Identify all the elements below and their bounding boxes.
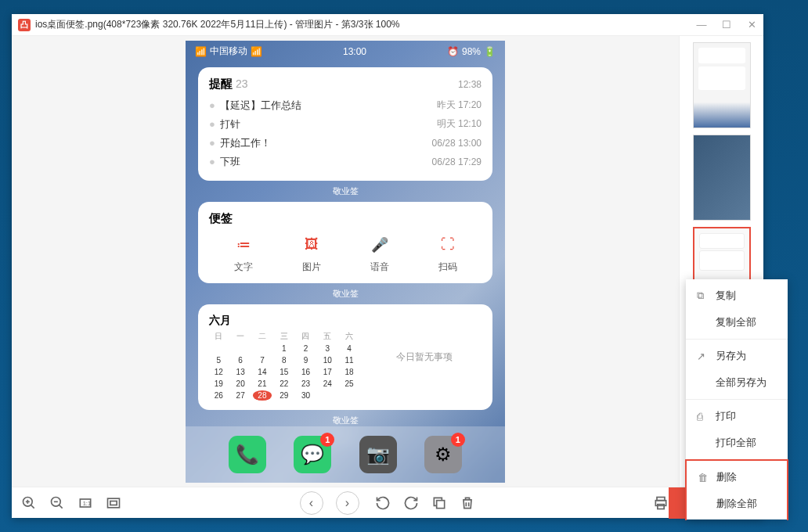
- widget-label-1: 敬业签: [186, 185, 505, 197]
- reminders-count: 23: [236, 77, 248, 90]
- messages-badge: 1: [320, 433, 334, 447]
- reminders-widget: 提醒23 12:38 ●【延迟】工作总结昨天 17:20 ●打针明天 12:10…: [198, 67, 492, 181]
- alarm-icon: ⏰: [447, 46, 459, 57]
- signal-icon: 📶: [195, 46, 207, 57]
- calendar-month: 六月: [209, 314, 359, 328]
- app-icon: 凸: [18, 19, 31, 31]
- bottom-toolbar: 1:1 ‹ › ⬆ 上传图片: [12, 487, 763, 518]
- svg-text:1:1: 1:1: [83, 500, 91, 507]
- battery-icon: 🔋: [484, 46, 496, 57]
- window-title: ios桌面便签.png(408*723像素 320.76K 2022年5月11日…: [35, 18, 696, 31]
- svg-rect-9: [108, 498, 120, 508]
- reminders-title: 提醒: [209, 77, 233, 90]
- trash-icon: 🗑: [698, 472, 709, 483]
- reminder-time: 06/28 17:29: [432, 156, 482, 167]
- menu-print-all[interactable]: 打印全部: [686, 430, 788, 456]
- reminder-time: 昨天 17:20: [437, 99, 482, 112]
- main-image-view[interactable]: 📶 中国移动 📶 13:00 ⏰ 98% 🔋 提醒23 12:38: [12, 36, 679, 487]
- battery-text: 98%: [462, 46, 481, 57]
- status-time: 13:00: [343, 46, 366, 57]
- note-text-button: ≔文字: [233, 234, 254, 274]
- menu-delete[interactable]: 🗑删除: [687, 464, 787, 491]
- settings-app-icon: ⚙1: [424, 436, 462, 473]
- settings-badge: 1: [451, 433, 465, 447]
- menu-copy[interactable]: ⧉复制: [686, 282, 788, 309]
- image-icon: 🖼: [301, 234, 323, 256]
- svg-rect-10: [110, 501, 117, 505]
- messages-app-icon: 💬1: [294, 436, 331, 473]
- menu-copy-all[interactable]: 复制全部: [686, 309, 788, 336]
- thumbnail-1[interactable]: [693, 42, 751, 128]
- phone-status-bar: 📶 中国移动 📶 13:00 ⏰ 98% 🔋: [186, 41, 505, 63]
- next-button[interactable]: ›: [336, 491, 359, 515]
- svg-line-1: [31, 505, 34, 508]
- reminder-text: 下班: [220, 155, 432, 169]
- menu-print[interactable]: ⎙打印: [686, 403, 788, 430]
- notes-widget: 便签 ≔文字 🖼图片 🎤语音 ⛶扫码: [198, 202, 492, 283]
- print-button[interactable]: [653, 495, 669, 511]
- print-icon: ⎙: [697, 411, 708, 422]
- reminder-text: 【延迟】工作总结: [220, 99, 437, 113]
- calendar-grid: 日一二三四五六123456789101112131415161718192021…: [209, 331, 359, 401]
- copy-button[interactable]: [431, 495, 447, 511]
- delete-button[interactable]: [460, 495, 475, 511]
- export-icon: ↗: [697, 350, 708, 362]
- actual-size-button[interactable]: 1:1: [78, 495, 93, 511]
- svg-line-5: [60, 505, 63, 508]
- titlebar: 凸 ios桌面便签.png(408*723像素 320.76K 2022年5月1…: [12, 14, 763, 36]
- calendar-empty-text: 今日暂无事项: [366, 314, 482, 401]
- calendar-widget: 六月 日一二三四五六123456789101112131415161718192…: [198, 304, 492, 410]
- context-menu: ⧉复制 复制全部 ↗另存为 全部另存为 ⎙打印 打印全部 🗑删除 删除全部: [686, 279, 788, 519]
- wifi-icon: 📶: [251, 46, 262, 57]
- fit-screen-button[interactable]: [106, 495, 121, 511]
- carrier-text: 中国移动: [210, 45, 247, 58]
- reminder-text: 打针: [220, 117, 437, 131]
- phone-dock: 📞 💬1 📷 ⚙1: [186, 426, 505, 483]
- scan-icon: ⛶: [437, 234, 459, 256]
- camera-app-icon: 📷: [359, 436, 397, 473]
- rotate-right-button[interactable]: [403, 495, 419, 511]
- menu-save-as[interactable]: ↗另存为: [686, 343, 788, 369]
- rotate-left-button[interactable]: [375, 495, 391, 511]
- close-button[interactable]: ✕: [746, 19, 757, 31]
- menu-delete-all[interactable]: 删除全部: [687, 491, 787, 517]
- menu-save-all[interactable]: 全部另存为: [686, 369, 788, 396]
- note-image-button: 🖼图片: [301, 234, 323, 274]
- svg-rect-11: [436, 500, 444, 508]
- zoom-in-button[interactable]: [21, 495, 37, 511]
- mic-icon: 🎤: [369, 234, 391, 256]
- thumbnail-2[interactable]: [693, 135, 751, 221]
- maximize-button[interactable]: ☐: [721, 19, 732, 31]
- phone-app-icon: 📞: [229, 436, 266, 473]
- zoom-out-button[interactable]: [49, 495, 65, 511]
- note-scan-button: ⛶扫码: [437, 234, 459, 274]
- note-voice-button: 🎤语音: [369, 234, 391, 274]
- reminder-time: 06/28 13:00: [432, 138, 482, 149]
- minimize-button[interactable]: —: [696, 19, 707, 31]
- phone-screenshot: 📶 中国移动 📶 13:00 ⏰ 98% 🔋 提醒23 12:38: [186, 41, 505, 483]
- notes-title: 便签: [209, 211, 482, 226]
- window-controls: — ☐ ✕: [696, 19, 757, 31]
- app-window: 凸 ios桌面便签.png(408*723像素 320.76K 2022年5月1…: [12, 14, 763, 518]
- reminder-time: 明天 12:10: [437, 117, 482, 131]
- widget-label-3: 敬业签: [186, 415, 505, 426]
- text-icon: ≔: [233, 234, 254, 256]
- content-area: 📶 中国移动 📶 13:00 ⏰ 98% 🔋 提醒23 12:38: [12, 36, 763, 487]
- copy-icon: ⧉: [697, 289, 708, 302]
- prev-button[interactable]: ‹: [300, 491, 323, 515]
- widget-label-2: 敬业签: [186, 288, 505, 300]
- reminder-text: 开始工作！: [220, 136, 432, 150]
- reminders-time: 12:38: [458, 79, 482, 90]
